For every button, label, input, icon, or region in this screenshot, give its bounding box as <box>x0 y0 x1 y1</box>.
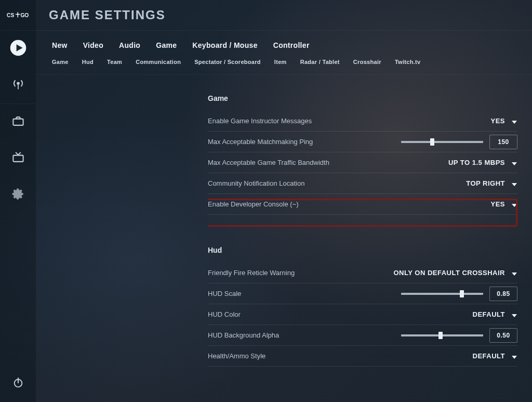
chevron-down-icon <box>511 160 517 166</box>
value-box[interactable]: 0.50 <box>489 328 517 343</box>
value-box[interactable]: 150 <box>489 135 517 149</box>
dropdown-ff[interactable]: ONLY ON DEFAULT CROSSHAIR <box>393 269 517 277</box>
subtab-game[interactable]: Game <box>52 59 69 65</box>
row-label: HUD Scale <box>208 290 401 297</box>
briefcase-icon <box>11 114 25 131</box>
row-notif: Community Notification Location TOP RIGH… <box>208 173 517 194</box>
nav-settings[interactable] <box>0 177 36 213</box>
row-label: Friendly Fire Reticle Warning <box>208 269 393 277</box>
svg-point-5 <box>17 82 20 85</box>
subtab-radar[interactable]: Radar / Tablet <box>300 59 340 65</box>
row-health: Health/Ammo Style DEFAULT <box>208 346 517 367</box>
dropdown-color[interactable]: DEFAULT <box>473 310 517 318</box>
subtab-crosshair[interactable]: Crosshair <box>353 59 381 65</box>
subtab-twitch[interactable]: Twitch.tv <box>395 59 421 65</box>
subtab-hud[interactable]: Hud <box>82 59 94 65</box>
slider-thumb[interactable] <box>438 332 443 339</box>
dropdown-value: UP TO 1.5 MBPS <box>448 159 505 166</box>
dropdown-health[interactable]: DEFAULT <box>473 352 517 360</box>
nav-watch[interactable] <box>0 140 36 177</box>
nav-broadcast[interactable] <box>0 67 36 103</box>
svg-rect-7 <box>13 119 23 125</box>
row-ff: Friendly Fire Reticle Warning ONLY ON DE… <box>208 263 517 283</box>
subtab-comm[interactable]: Communication <box>136 59 181 65</box>
slider-control: 150 <box>401 135 517 149</box>
svg-text:CS: CS <box>7 12 14 18</box>
chevron-down-icon <box>511 353 517 359</box>
dropdown-value: TOP RIGHT <box>466 179 505 187</box>
dropdown-bandwidth[interactable]: UP TO 1.5 MBPS <box>448 159 517 166</box>
row-label: Enable Developer Console (~) <box>208 200 490 208</box>
row-label: HUD Background Alpha <box>208 331 401 339</box>
nav-play[interactable] <box>0 31 36 67</box>
tab-video[interactable]: Video <box>83 41 103 49</box>
row-label: Health/Ammo Style <box>208 352 473 360</box>
section-title-hud: Hud <box>208 246 517 254</box>
power-icon <box>11 376 25 392</box>
slider-alpha[interactable] <box>401 334 483 336</box>
header: GAME SETTINGS <box>36 0 532 30</box>
dropdown-value: YES <box>490 200 505 208</box>
dropdown-value: YES <box>490 117 505 125</box>
nav-inventory[interactable] <box>0 104 36 140</box>
slider-scale[interactable] <box>401 293 483 295</box>
tabs-sub: Game Hud Team Communication Spectator / … <box>36 57 532 75</box>
row-label: Max Acceptable Matchmaking Ping <box>208 138 401 146</box>
row-label: HUD Color <box>208 310 473 318</box>
row-label: Enable Game Instructor Messages <box>208 117 490 125</box>
row-scale: HUD Scale 0.85 <box>208 283 517 304</box>
slider-ping[interactable] <box>401 141 483 143</box>
row-bandwidth: Max Acceptable Game Traffic Bandwidth UP… <box>208 152 517 173</box>
svg-text:GO: GO <box>20 12 29 18</box>
subtab-spectator[interactable]: Spectator / Scoreboard <box>194 59 261 65</box>
chevron-down-icon <box>511 201 517 208</box>
row-color: HUD Color DEFAULT <box>208 304 517 325</box>
dropdown-value: DEFAULT <box>473 310 505 318</box>
tab-controller[interactable]: Controller <box>273 41 310 49</box>
subtab-item[interactable]: Item <box>274 59 287 65</box>
chevron-down-icon <box>511 312 517 318</box>
tab-game[interactable]: Game <box>156 41 177 49</box>
chevron-down-icon <box>511 270 517 276</box>
slider-control: 0.50 <box>401 328 517 343</box>
dropdown-value: ONLY ON DEFAULT CROSSHAIR <box>393 269 505 277</box>
settings-panel: Game Enable Game Instructor Messages YES… <box>208 92 517 402</box>
dropdown-instructor[interactable]: YES <box>490 117 517 125</box>
tv-icon <box>11 150 25 167</box>
chevron-down-icon <box>511 118 517 124</box>
dropdown-console[interactable]: YES <box>490 200 517 208</box>
tab-audio[interactable]: Audio <box>119 41 140 49</box>
row-label: Max Acceptable Game Traffic Bandwidth <box>208 159 448 166</box>
row-instructor: Enable Game Instructor Messages YES <box>208 111 517 132</box>
nav-power[interactable] <box>0 366 36 402</box>
value-box[interactable]: 0.85 <box>489 287 517 301</box>
gear-icon <box>11 187 25 203</box>
subtab-team[interactable]: Team <box>107 59 122 65</box>
row-ping: Max Acceptable Matchmaking Ping 150 <box>208 132 517 152</box>
slider-thumb[interactable] <box>460 290 464 297</box>
row-alpha: HUD Background Alpha 0.50 <box>208 325 517 346</box>
row-console: Enable Developer Console (~) YES <box>208 194 517 215</box>
dropdown-value: DEFAULT <box>473 352 505 360</box>
tab-new[interactable]: New <box>52 41 68 49</box>
content: New Video Audio Game Keyboard / Mouse Co… <box>36 30 532 402</box>
chevron-down-icon <box>511 180 517 187</box>
svg-rect-6 <box>18 85 19 89</box>
svg-point-1 <box>17 14 18 15</box>
dropdown-notif[interactable]: TOP RIGHT <box>466 179 517 187</box>
tab-keyboard[interactable]: Keyboard / Mouse <box>192 41 257 49</box>
broadcast-icon <box>11 77 25 94</box>
svg-rect-8 <box>13 155 23 162</box>
page-title: GAME SETTINGS <box>49 8 166 22</box>
logo: CS GO <box>0 0 36 30</box>
tabs-main: New Video Audio Game Keyboard / Mouse Co… <box>36 31 532 57</box>
section-title-game: Game <box>208 94 517 102</box>
left-rail: CS GO <box>0 0 36 402</box>
slider-thumb[interactable] <box>430 138 434 146</box>
slider-control: 0.85 <box>401 287 517 301</box>
row-label: Community Notification Location <box>208 179 466 187</box>
play-icon <box>9 39 27 59</box>
